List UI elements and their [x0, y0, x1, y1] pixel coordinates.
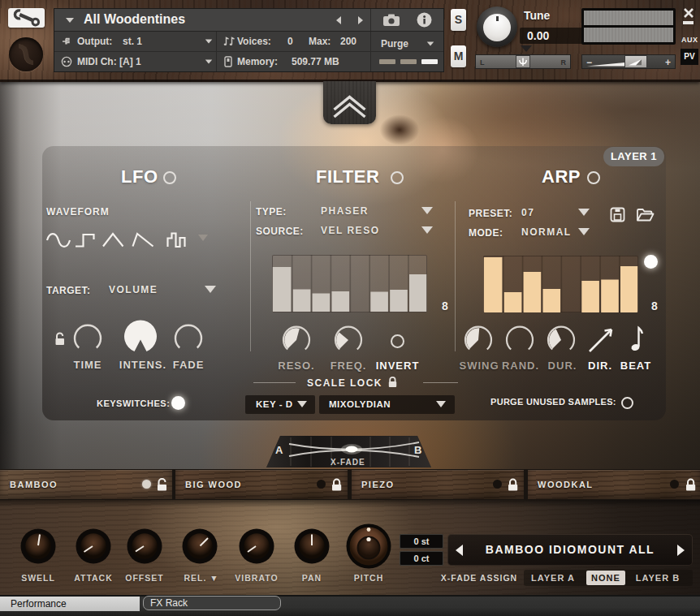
svg-text:B: B: [414, 444, 421, 456]
svg-text:A: A: [275, 444, 283, 456]
svg-text:X-FADE: X-FADE: [331, 458, 365, 467]
